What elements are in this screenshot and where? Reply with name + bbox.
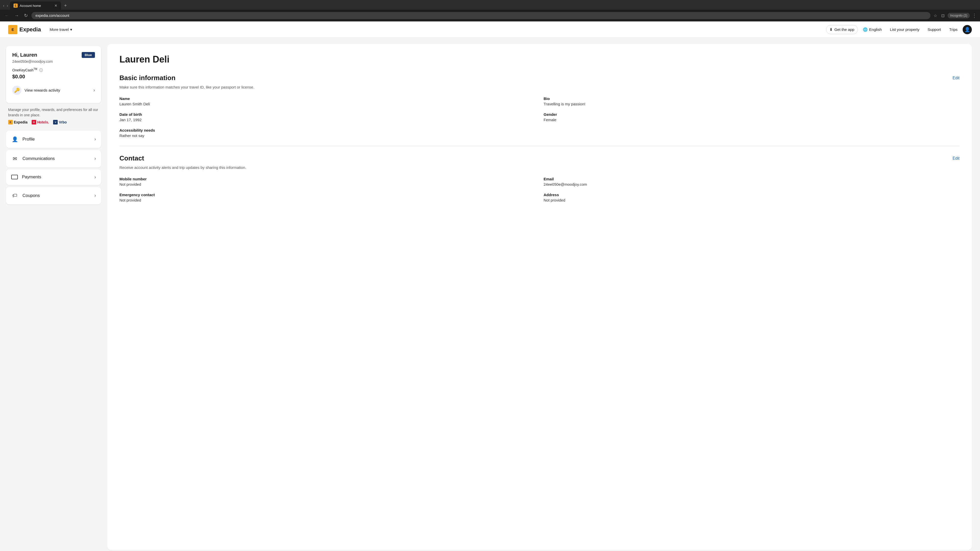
- contact-header: Contact Edit: [119, 154, 959, 162]
- reload-button[interactable]: ↻: [22, 12, 29, 19]
- view-rewards-link[interactable]: 🔑 View rewards activity ›: [12, 84, 95, 97]
- sidebar-item-coupons[interactable]: 🏷 Coupons ›: [6, 187, 101, 204]
- basic-info-desc: Make sure this information matches your …: [119, 85, 959, 89]
- communications-chevron-icon: ›: [94, 156, 96, 161]
- email-field: Email 24ee050e@moodjoy.com: [544, 177, 959, 186]
- onekey-amount: $0.00: [12, 74, 95, 79]
- accessibility-label: Accessibility needs: [119, 128, 535, 132]
- basic-info-grid: Name Lauren Smith Deli Bio Travelling is…: [119, 97, 959, 138]
- support-label: Support: [928, 27, 941, 32]
- trips-label: Trips: [949, 27, 958, 32]
- payments-nav-label: Payments: [22, 175, 90, 179]
- back-button[interactable]: ←: [3, 12, 11, 19]
- expedia-logo[interactable]: E Expedia: [8, 25, 41, 34]
- contact-info-grid: Mobile number Not provided Email 24ee050…: [119, 177, 959, 202]
- sidebar-item-communications[interactable]: ✉ Communications ›: [6, 150, 101, 167]
- language-label: English: [869, 27, 882, 32]
- mobile-value: Not provided: [119, 182, 535, 186]
- hotels-brand-icon: H: [32, 120, 36, 124]
- bookmark-icon[interactable]: ☆: [932, 12, 938, 19]
- download-icon: ⬇: [829, 27, 833, 32]
- tier-badge: Blue: [82, 52, 95, 58]
- user-icon: 👤: [964, 27, 970, 32]
- vrbo-brand-icon: V: [53, 120, 58, 124]
- info-icon[interactable]: ⓘ: [39, 68, 43, 72]
- chevron-down-icon: ▾: [70, 27, 72, 32]
- bio-field: Bio Travelling is my passion!: [544, 97, 959, 106]
- coupons-chevron-icon: ›: [94, 193, 96, 198]
- site-header: E Expedia More travel ▾ ⬇ Get the app 🌐 …: [0, 21, 980, 38]
- name-label: Name: [119, 97, 535, 101]
- name-value: Lauren Smith Deli: [119, 102, 535, 106]
- email-label: Email: [544, 177, 959, 181]
- tab-arrow-right: ›: [6, 3, 9, 9]
- accessibility-value: Rather not say: [119, 133, 535, 138]
- browser-menu-button[interactable]: ⋮: [972, 13, 977, 19]
- profile-chevron-icon: ›: [94, 137, 96, 142]
- expedia-brand: E Expedia: [8, 120, 27, 124]
- contact-desc: Receive account activity alerts and trip…: [119, 165, 959, 170]
- mobile-field: Mobile number Not provided: [119, 177, 535, 186]
- sidebar-nav-menu: 👤 Profile › ✉ Communications › Payments …: [6, 130, 101, 204]
- dob-value: Jan 17, 1992: [119, 118, 535, 122]
- sidebar: Hi, Lauren Blue 24ee050e@moodjoy.com One…: [0, 38, 107, 551]
- profile-panel: Lauren Deli Basic information Edit Make …: [107, 44, 972, 550]
- incognito-badge[interactable]: Incognito (2): [948, 13, 970, 18]
- user-card: Hi, Lauren Blue 24ee050e@moodjoy.com One…: [6, 46, 101, 103]
- new-tab-button[interactable]: +: [62, 2, 69, 10]
- sidebar-item-profile[interactable]: 👤 Profile ›: [6, 130, 101, 148]
- active-tab[interactable]: E Account home ✕: [10, 2, 61, 10]
- forward-button[interactable]: →: [13, 12, 21, 19]
- more-travel-label: More travel: [49, 27, 68, 32]
- sidebar-item-payments[interactable]: Payments ›: [6, 169, 101, 185]
- rewards-icon: 🔑: [12, 86, 21, 95]
- basic-info-section: Basic information Edit Make sure this in…: [119, 74, 959, 138]
- emergency-field: Emergency contact Not provided: [119, 192, 535, 202]
- vrbo-brand: V Vrbo: [53, 120, 67, 124]
- expedia-brand-label: Expedia: [14, 120, 27, 124]
- gender-label: Gender: [544, 112, 959, 117]
- address-label: Address: [544, 192, 959, 197]
- communications-nav-icon: ✉: [11, 155, 18, 162]
- basic-info-header: Basic information Edit: [119, 74, 959, 82]
- trips-link[interactable]: Trips: [946, 25, 961, 34]
- contact-edit-button[interactable]: Edit: [953, 156, 959, 161]
- profile-full-name: Lauren Deli: [119, 54, 959, 65]
- tab-navigation: ‹ ›: [2, 3, 9, 9]
- list-property-link[interactable]: List your property: [887, 25, 923, 34]
- address-bar[interactable]: [32, 12, 931, 19]
- tab-title: Account home: [20, 4, 52, 8]
- tab-arrow-left: ‹: [2, 3, 5, 9]
- emergency-value: Not provided: [119, 198, 535, 202]
- more-travel-button[interactable]: More travel ▾: [47, 26, 75, 33]
- get-app-link[interactable]: ⬇ Get the app: [826, 25, 858, 34]
- split-screen-icon[interactable]: ⊡: [940, 12, 945, 19]
- tab-close-button[interactable]: ✕: [54, 3, 57, 8]
- tab-favicon: E: [14, 3, 18, 8]
- profile-button[interactable]: 👤: [963, 25, 972, 34]
- vrbo-brand-label: Vrbo: [59, 120, 67, 124]
- payments-chevron-icon: ›: [94, 175, 96, 180]
- support-link[interactable]: Support: [924, 25, 944, 34]
- list-property-label: List your property: [890, 27, 920, 32]
- toolbar-icons: ☆ ⊡ Incognito (2) ⋮: [932, 12, 977, 19]
- tab-bar: ‹ › E Account home ✕ +: [0, 0, 980, 10]
- get-app-label: Get the app: [834, 27, 854, 32]
- user-name: Hi, Lauren: [12, 52, 37, 58]
- user-greeting-row: Hi, Lauren Blue: [12, 52, 95, 58]
- gender-field: Gender Female: [544, 112, 959, 122]
- accessibility-field: Accessibility needs Rather not say: [119, 128, 535, 138]
- language-link[interactable]: 🌐 English: [860, 25, 885, 34]
- basic-info-edit-button[interactable]: Edit: [953, 76, 959, 80]
- onekey-label: OneKeyCashTM ⓘ: [12, 68, 95, 73]
- coupons-nav-label: Coupons: [22, 193, 90, 198]
- manage-text: Manage your profile, rewards, and prefer…: [7, 107, 100, 118]
- trademark-symbol: TM: [33, 68, 37, 70]
- logo-icon: E: [8, 25, 18, 34]
- email-value: 24ee050e@moodjoy.com: [544, 182, 959, 186]
- brand-logos: E Expedia H Hotels. V Vrbo: [7, 118, 100, 127]
- globe-icon: 🌐: [863, 27, 868, 32]
- hotels-brand: H Hotels.: [32, 120, 49, 124]
- chevron-right-icon: ›: [94, 87, 95, 93]
- mobile-label: Mobile number: [119, 177, 535, 181]
